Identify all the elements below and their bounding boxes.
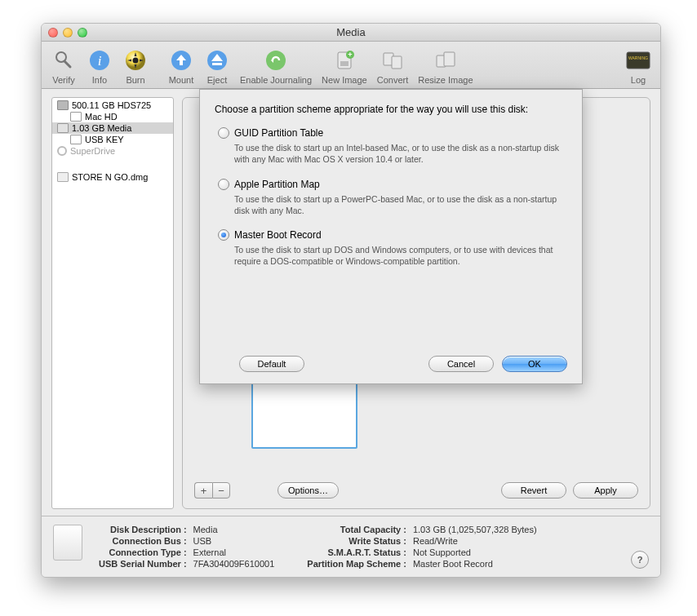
options-button[interactable]: Options… — [277, 482, 339, 499]
radio-mbr[interactable] — [218, 229, 229, 241]
burn-button[interactable]: Burn — [118, 47, 153, 86]
default-button[interactable]: Default — [239, 356, 304, 372]
cancel-button[interactable]: Cancel — [428, 356, 494, 372]
info-col-left: Disk Description :Media Connection Bus :… — [99, 525, 274, 569]
volume-icon — [70, 135, 82, 144]
info-col-right: Total Capacity :1.03 GB (1,025,507,328 B… — [307, 525, 536, 569]
sidebar-superdrive[interactable]: SuperDrive — [52, 145, 173, 157]
eject-button[interactable]: Eject — [200, 47, 234, 86]
optical-icon — [57, 146, 67, 156]
sidebar-volume-usbkey[interactable]: USB KEY — [52, 134, 173, 145]
resize-image-button[interactable]: Resize Image — [414, 47, 477, 86]
svg-rect-17 — [444, 52, 455, 66]
svg-point-9 — [266, 51, 286, 70]
add-partition-button[interactable]: + — [194, 482, 212, 499]
help-button[interactable]: ? — [631, 551, 649, 569]
apply-button[interactable]: Apply — [573, 482, 638, 499]
titlebar: Media — [42, 24, 660, 42]
new-image-button[interactable]: + New Image — [317, 47, 371, 86]
svg-rect-8 — [212, 63, 222, 65]
sheet-prompt: Choose a partition scheme appropriate fo… — [215, 103, 567, 116]
radio-apm[interactable] — [218, 179, 229, 190]
svg-rect-18 — [627, 52, 650, 69]
svg-point-5 — [133, 58, 139, 64]
convert-button[interactable]: Convert — [373, 47, 413, 86]
radio-guid[interactable] — [218, 127, 229, 139]
sidebar-volume-machd[interactable]: Mac HD — [52, 111, 173, 122]
svg-rect-15 — [392, 56, 402, 69]
hdd-icon — [57, 100, 69, 110]
enable-journaling-button[interactable]: Enable Journaling — [236, 47, 316, 86]
log-button[interactable]: WARNING Log — [621, 47, 655, 86]
sidebar-disk-hds[interactable]: 500.11 GB HDS725 — [52, 100, 173, 111]
sidebar-dmg-storengo[interactable]: STORE N GO.dmg — [52, 171, 173, 183]
drive-icon — [53, 525, 82, 561]
mount-button[interactable]: Mount — [164, 47, 198, 86]
info-button[interactable]: i Info — [82, 47, 117, 86]
svg-text:+: + — [348, 51, 352, 59]
toolbar: Verify i Info Burn Mount Eject Enable Jo… — [42, 42, 660, 89]
revert-button[interactable]: Revert — [501, 482, 566, 499]
svg-text:WARNING: WARNING — [628, 55, 648, 60]
option-guid[interactable]: GUID Partition Table To use the disk to … — [218, 127, 567, 165]
option-apm[interactable]: Apple Partition Map To use the disk to s… — [218, 179, 567, 216]
svg-rect-11 — [340, 61, 348, 66]
sidebar-disk-media[interactable]: 1.03 GB Media — [52, 122, 173, 134]
ok-button[interactable]: OK — [502, 356, 567, 372]
window-title: Media — [42, 26, 660, 38]
usb-icon — [57, 123, 69, 133]
volume-icon — [70, 112, 82, 122]
disk-info-bar: Disk Description :Media Connection Bus :… — [42, 516, 660, 577]
dmg-icon — [57, 172, 69, 182]
svg-text:i: i — [98, 53, 102, 69]
remove-partition-button[interactable]: − — [212, 482, 230, 499]
disk-utility-window: Media Verify i Info Burn Mount Eject Ena… — [41, 23, 661, 578]
verify-button[interactable]: Verify — [47, 47, 81, 86]
option-mbr[interactable]: Master Boot Record To use the disk to st… — [218, 229, 567, 267]
disk-sidebar: 500.11 GB HDS725 Mac HD 1.03 GB Media US… — [51, 97, 174, 509]
svg-line-1 — [64, 61, 70, 67]
partition-scheme-sheet: Choose a partition scheme appropriate fo… — [199, 89, 583, 384]
